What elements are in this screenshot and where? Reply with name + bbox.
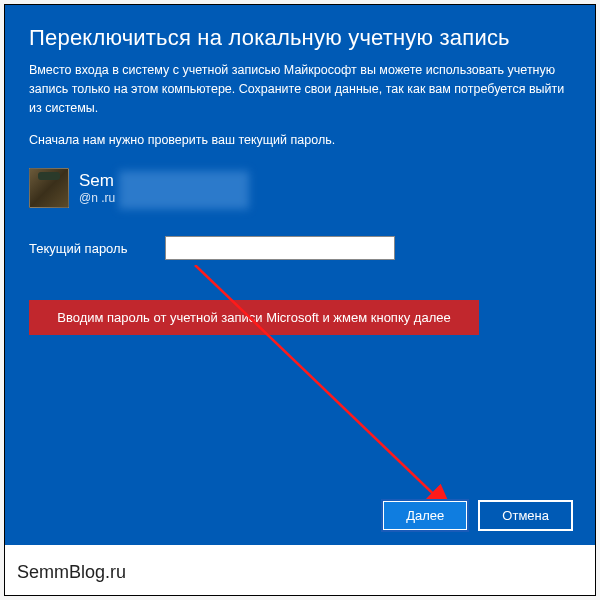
user-email: @n .ru — [79, 191, 115, 205]
avatar — [29, 168, 69, 208]
cancel-button[interactable]: Отмена — [478, 500, 573, 531]
user-block: Sem @n .ru — [29, 168, 571, 208]
current-password-input[interactable] — [165, 236, 395, 260]
dialog-title: Переключиться на локальную учетную запис… — [29, 25, 571, 51]
page-frame: Переключиться на локальную учетную запис… — [4, 4, 596, 596]
user-text: Sem @n .ru — [79, 171, 115, 205]
user-name: Sem — [79, 171, 115, 191]
watermark: SemmBlog.ru — [17, 562, 126, 583]
dialog-description: Вместо входа в систему с учетной записью… — [29, 61, 571, 117]
redaction-blur — [119, 171, 249, 209]
button-bar: Далее Отмена — [382, 500, 573, 531]
password-row: Текущий пароль — [29, 236, 571, 260]
dialog-subtext: Сначала нам нужно проверить ваш текущий … — [29, 131, 571, 150]
password-label: Текущий пароль — [29, 241, 147, 256]
annotation-callout: Вводим пароль от учетной записи Microsof… — [29, 300, 479, 335]
next-button[interactable]: Далее — [382, 500, 468, 531]
account-switch-dialog: Переключиться на локальную учетную запис… — [5, 5, 595, 545]
